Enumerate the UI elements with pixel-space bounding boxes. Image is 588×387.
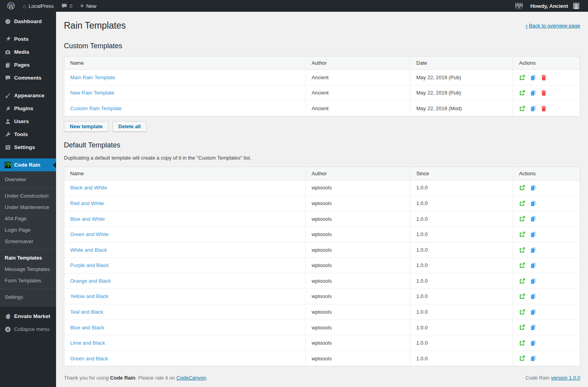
new-content-menu[interactable]: + New <box>76 0 100 12</box>
open-template-icon[interactable] <box>519 293 525 300</box>
comments-shortcut[interactable]: 0 <box>58 0 76 12</box>
sidebar-item-media[interactable]: Media <box>0 45 56 58</box>
sidebar-item-collapse-menu[interactable]: Collapse menu <box>0 323 56 336</box>
template-name-link[interactable]: Green and Black <box>70 356 108 362</box>
column-header-author: Author <box>305 167 410 180</box>
duplicate-template-icon[interactable] <box>530 340 536 346</box>
template-name-link[interactable]: New Rain Template <box>70 90 114 96</box>
template-name-link[interactable]: Red and White <box>70 200 104 206</box>
open-template-icon[interactable] <box>519 90 525 96</box>
new-template-button[interactable]: New template <box>64 121 109 132</box>
delete-all-button[interactable]: Delete all <box>113 121 147 132</box>
template-name-link[interactable]: Teal and Black <box>70 309 103 315</box>
sidebar-item-label: Collapse menu <box>14 326 49 332</box>
template-author: wptoools <box>305 227 410 242</box>
page-title: Rain Templates <box>64 20 126 31</box>
sidebar-item-posts[interactable]: Posts <box>0 33 56 45</box>
template-name-link[interactable]: White and Black <box>70 247 107 253</box>
submenu-item-message-templates[interactable]: Message Templates <box>0 263 56 275</box>
open-template-icon[interactable] <box>519 262 525 269</box>
open-template-icon[interactable] <box>519 200 525 207</box>
wordpress-logo-menu[interactable]: Ⓦ <box>3 0 19 12</box>
duplicate-template-icon[interactable] <box>530 231 536 238</box>
submenu-item-form-templates[interactable]: Form Templates <box>0 275 56 286</box>
sidebar-item-plugins[interactable]: Plugins <box>0 102 56 115</box>
open-template-icon[interactable] <box>519 324 525 331</box>
duplicate-template-icon[interactable] <box>530 309 536 315</box>
version-link[interactable]: version 1.0.0 <box>551 375 580 381</box>
template-name-link[interactable]: Custom Rain Template <box>70 105 122 111</box>
column-header-actions: Actions <box>513 167 580 180</box>
duplicate-template-icon[interactable] <box>530 185 536 191</box>
code-rain-adminbar-shortcut[interactable] <box>512 0 526 12</box>
sidebar-item-appearance[interactable]: Appearance <box>0 89 56 102</box>
duplicate-template-icon[interactable] <box>530 74 536 81</box>
open-template-icon[interactable] <box>519 309 525 315</box>
template-since: 1.0.0 <box>410 273 513 289</box>
sidebar-item-users[interactable]: Users <box>0 115 56 128</box>
template-name-link[interactable]: Lime and Black <box>70 340 105 346</box>
sidebar-item-dashboard[interactable]: Dashboard <box>0 15 56 28</box>
duplicate-template-icon[interactable] <box>530 200 536 207</box>
template-since: 1.0.0 <box>410 258 513 273</box>
template-since: 1.0.0 <box>410 180 513 196</box>
open-template-icon[interactable] <box>519 231 525 238</box>
paintbrush-icon <box>4 92 11 99</box>
account-menu[interactable]: Howdy, Ancient <box>526 0 583 12</box>
delete-template-icon[interactable] <box>541 90 547 96</box>
open-template-icon[interactable] <box>519 105 525 112</box>
template-name-link[interactable]: Blue and White <box>70 216 105 222</box>
duplicate-template-icon[interactable] <box>530 262 536 269</box>
codecanyon-link[interactable]: CodeCanyon <box>176 375 206 381</box>
duplicate-template-icon[interactable] <box>530 216 536 222</box>
new-label: New <box>86 3 96 9</box>
sidebar-item-label: Envato Market <box>14 313 50 319</box>
code-rain-bars-icon <box>515 2 523 9</box>
delete-template-icon[interactable] <box>541 74 547 81</box>
duplicate-template-icon[interactable] <box>530 293 536 300</box>
open-template-icon[interactable] <box>519 355 525 362</box>
template-name-link[interactable]: Black and White <box>70 185 107 191</box>
template-name-link[interactable]: Green and White <box>70 231 109 237</box>
site-name-link[interactable]: ⌂ LocalPress <box>19 0 58 12</box>
open-template-icon[interactable] <box>519 74 525 81</box>
open-template-icon[interactable] <box>519 278 525 284</box>
submenu-item-login-page[interactable]: Login Page <box>0 224 56 236</box>
template-name-link[interactable]: Purple and Black <box>70 262 109 268</box>
duplicate-template-icon[interactable] <box>530 278 536 284</box>
sidebar-item-comments[interactable]: Comments <box>0 71 56 84</box>
duplicate-template-icon[interactable] <box>530 90 536 96</box>
template-name-link[interactable]: Blue and Black <box>70 325 104 331</box>
sidebar-item-code-rain[interactable]: Code Rain <box>0 158 56 171</box>
dashboard-icon <box>4 18 11 25</box>
back-to-overview-link[interactable]: ‹ Back to overview page <box>526 22 580 29</box>
submenu-item-screensaver[interactable]: Screensaver <box>0 236 56 247</box>
sidebar-item-settings[interactable]: Settings <box>0 141 56 154</box>
code-rain-icon <box>4 162 11 168</box>
template-author: Ancient <box>305 70 410 85</box>
duplicate-template-icon[interactable] <box>530 355 536 362</box>
submenu-item-under-maintenence[interactable]: Under Maintenence <box>0 202 56 213</box>
default-template-row: Red and White wptoools 1.0.0 <box>64 196 580 211</box>
submenu-item-404-page[interactable]: 404 Page <box>0 213 56 224</box>
duplicate-template-icon[interactable] <box>530 324 536 331</box>
sidebar-item-tools[interactable]: Tools <box>0 128 56 141</box>
template-name-link[interactable]: Orange and Black <box>70 278 111 284</box>
duplicate-template-icon[interactable] <box>530 247 536 253</box>
open-template-icon[interactable] <box>519 216 525 222</box>
sidebar-item-envato-market[interactable]: Envato Market <box>0 310 56 323</box>
column-header-name: Name <box>64 167 306 180</box>
submenu-item-under-construction[interactable]: Under Construction <box>0 190 56 202</box>
submenu-item-rain-templates[interactable]: Rain Templates <box>0 252 56 263</box>
duplicate-template-icon[interactable] <box>530 105 536 112</box>
delete-template-icon[interactable] <box>541 105 547 112</box>
submenu-item-overview[interactable]: Overview <box>0 174 56 185</box>
template-name-link[interactable]: Yellow and Black <box>70 293 109 299</box>
open-template-icon[interactable] <box>519 247 525 253</box>
template-name-link[interactable]: Main Rain Template <box>70 74 115 80</box>
sidebar-item-pages[interactable]: Pages <box>0 58 56 71</box>
open-template-icon[interactable] <box>519 340 525 346</box>
submenu-item-settings[interactable]: Settings <box>0 291 56 303</box>
template-author: wptoools <box>305 335 410 351</box>
open-template-icon[interactable] <box>519 185 525 191</box>
